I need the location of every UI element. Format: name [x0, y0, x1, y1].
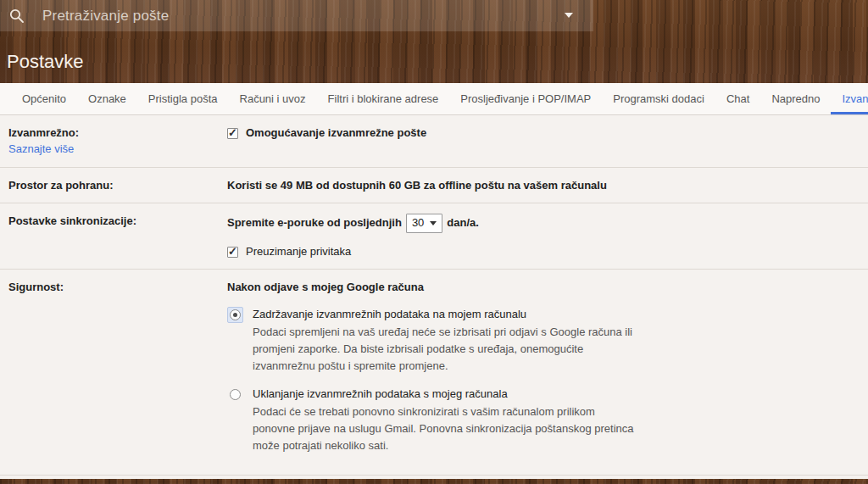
remove-data-radio[interactable]: [230, 389, 241, 400]
storage-label: Prostor za pohranu:: [8, 178, 227, 193]
keep-data-title: Zadržavanje izvanmrežnih podataka na moj…: [253, 306, 636, 322]
security-heading: Nakon odjave s mojeg Google računa: [227, 280, 851, 295]
settings-tab-bar: Općenito Oznake Pristigla pošta Računi i…: [0, 83, 868, 115]
learn-more-link[interactable]: Saznajte više: [8, 141, 74, 158]
security-label: Sigurnost:: [8, 280, 227, 295]
search-options-caret-icon[interactable]: [565, 13, 573, 18]
offline-label: Izvanmrežno:: [8, 125, 227, 141]
tab-izvanmrezno[interactable]: Izvanmrežno: [831, 83, 868, 114]
tab-chat[interactable]: Chat: [715, 83, 760, 114]
section-storage: Prostor za pohranu: Koristi se 49 MB od …: [0, 168, 868, 203]
security-option-keep-data: Zadržavanje izvanmrežnih podataka na moj…: [227, 306, 851, 375]
search-icon: [8, 8, 25, 24]
tab-racuni-i-uvoz[interactable]: Računi i uvoz: [229, 83, 317, 114]
enable-offline-checkbox[interactable]: [227, 128, 238, 139]
header: Pretraživanje pošte Postavke: [0, 0, 868, 83]
enable-offline-label: Omogućavanje izvanmrežne pošte: [246, 125, 426, 141]
storage-usage-text: Koristi se 49 MB od dostupnih 60 GB za o…: [227, 178, 851, 193]
days-select-value: 30: [412, 215, 424, 231]
tab-napredno[interactable]: Napredno: [760, 83, 831, 114]
remove-data-title: Uklanjanje izvanmrežnih podataka s mojeg…: [253, 386, 636, 402]
bottom-wood-strip: [0, 479, 868, 484]
tab-programski-dodaci[interactable]: Programski dodaci: [602, 83, 715, 114]
download-attachments-label: Preuzimanje privitaka: [246, 244, 351, 259]
section-offline: Izvanmrežno: Saznajte više Omogućavanje …: [0, 115, 868, 168]
search-bar[interactable]: Pretraživanje pošte: [0, 0, 593, 31]
gmail-settings-page: Pretraživanje pošte Postavke Općenito Oz…: [0, 0, 868, 484]
sync-sentence-before: Spremite e-poruke od posljednjih: [227, 216, 402, 229]
keep-data-radio[interactable]: [230, 309, 241, 320]
security-option-remove-data: Uklanjanje izvanmrežnih podataka s mojeg…: [227, 386, 851, 454]
tab-opcenito[interactable]: Općenito: [11, 83, 77, 114]
triangle-down-icon: [430, 221, 437, 225]
sync-sentence-after: dan/a.: [447, 216, 479, 229]
keep-data-description: Podaci spremljeni na vaš uređaj neće se …: [253, 324, 636, 375]
section-security: Sigurnost: Nakon odjave s mojeg Google r…: [0, 270, 868, 476]
section-sync: Postavke sinkronizacije: Spremite e-poru…: [0, 203, 868, 270]
tab-prosljedivanje-pop-imap[interactable]: Prosljeđivanje i POP/IMAP: [449, 83, 602, 114]
days-select[interactable]: 30: [406, 214, 442, 233]
sync-label: Postavke sinkronizacije:: [8, 214, 227, 229]
download-attachments-checkbox[interactable]: [227, 247, 238, 258]
page-title: Postavke: [7, 51, 84, 73]
remove-data-description: Podaci će se trebati ponovno sinkronizir…: [253, 403, 636, 454]
search-input[interactable]: Pretraživanje pošte: [42, 8, 169, 25]
tab-oznake[interactable]: Oznake: [77, 83, 137, 114]
tab-pristigla-posta[interactable]: Pristigla pošta: [137, 83, 229, 114]
tab-filtri-i-blokirane-adrese[interactable]: Filtri i blokirane adrese: [317, 83, 450, 114]
